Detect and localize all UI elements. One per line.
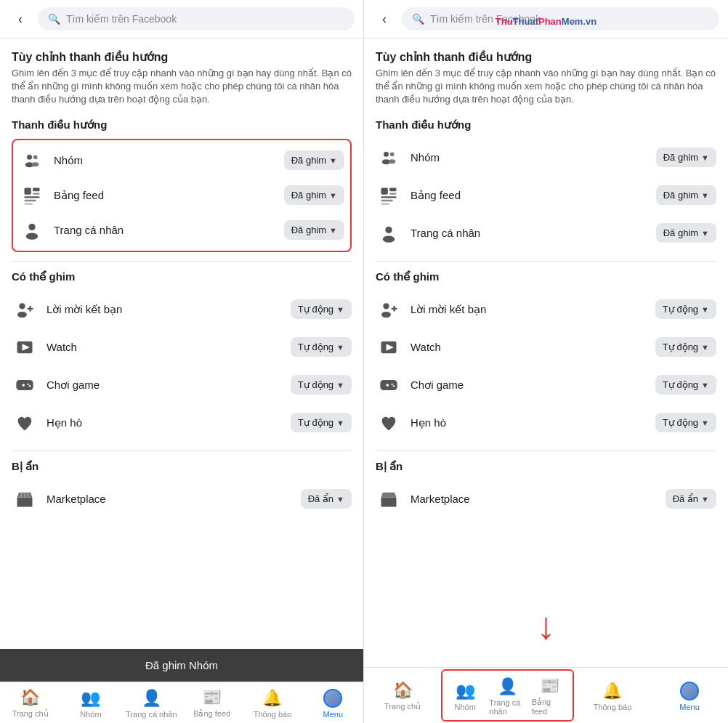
right-friend-icon — [376, 296, 402, 323]
right-pinnable-3: Hẹn hò Tự động ▼ — [376, 404, 716, 442]
left-nav-bell-label: Thông báo — [254, 710, 292, 719]
svg-rect-8 — [25, 199, 36, 201]
friend-request-icon — [12, 296, 38, 323]
left-pinnable-3-label: Hẹn hò — [46, 416, 82, 429]
left-pinned-0-label: Nhóm — [54, 154, 83, 166]
right-nav-bell[interactable]: 🔔 Thông báo — [574, 676, 651, 716]
right-highlighted-tabs: 👥 Nhóm 👤 Trang cá nhân 📰 Bảng feed — [441, 669, 574, 722]
right-back-button[interactable]: ‹ — [373, 7, 396, 31]
left-pinned-item-1: Bảng feed Đã ghim ▼ — [19, 178, 344, 213]
svg-point-3 — [32, 162, 39, 166]
left-bottom-nav: 🏠 Trang chủ 👥 Nhóm 👤 Trang cá nhân 📰 Bản… — [0, 682, 363, 723]
right-avatar — [680, 682, 699, 700]
right-pinnable-1-btn[interactable]: Tự động ▼ — [655, 337, 716, 357]
right-nav-profile[interactable]: 👤 Trang cá nhân — [486, 671, 528, 720]
svg-rect-9 — [25, 203, 33, 204]
svg-point-35 — [383, 235, 395, 242]
right-bell-nav-icon: 🔔 — [602, 682, 622, 700]
left-pinnable-1-btn[interactable]: Tự động ▼ — [291, 337, 352, 357]
left-pinnable-0-btn[interactable]: Tự động ▼ — [291, 299, 352, 319]
right-pinned-1-label: Bảng feed — [410, 189, 461, 202]
left-nav-profile-label: Trang cá nhân — [126, 710, 177, 719]
right-pinned-label: Thanh điều hướng — [376, 118, 716, 132]
left-nav-menu[interactable]: Menu — [303, 683, 363, 723]
svg-point-27 — [389, 159, 395, 163]
left-pinnable-3-btn[interactable]: Tự động ▼ — [291, 413, 352, 432]
right-hidden-label: Bị ẩn — [376, 460, 716, 473]
left-pinnable-2: Chơi game Tự động ▼ — [12, 366, 352, 404]
left-divider-1 — [12, 261, 352, 262]
home-icon: 🏠 — [20, 688, 40, 707]
left-pinnable-1-label: Watch — [46, 341, 77, 353]
right-pinned-2-btn[interactable]: Đã ghim ▼ — [656, 223, 716, 243]
left-nav-group[interactable]: 👥 Nhóm — [60, 683, 121, 723]
right-nav-feed-label: Bảng feed — [532, 698, 568, 716]
right-pinnable-0: Lời mời kết bạn Tự động ▼ — [376, 291, 716, 328]
svg-rect-30 — [389, 193, 396, 194]
left-toast: Đã ghim Nhóm — [0, 649, 363, 682]
right-pinned-2-label: Trang cá nhân — [410, 227, 480, 239]
left-section-desc: Ghim lên đến 3 mục để truy cập nhanh vào… — [12, 67, 352, 107]
right-profile-icon — [376, 220, 402, 246]
right-panel: ThuThuatPhanMem.vn ‹ 🔍 Tìm kiếm trên Fac… — [364, 0, 728, 723]
right-marketplace-icon — [376, 486, 402, 512]
right-nav-profile-label: Trang cá nhân — [489, 698, 525, 716]
left-nav-bell[interactable]: 🔔 Thông báo — [242, 683, 302, 723]
left-hidden-0-btn[interactable]: Đã ẩn ▼ — [301, 489, 352, 509]
left-nav-home[interactable]: 🏠 Trang chủ — [0, 682, 60, 723]
left-pinnable-2-btn[interactable]: Tự động ▼ — [291, 375, 352, 395]
svg-point-25 — [390, 152, 395, 156]
right-group-nav-icon: 👥 — [456, 682, 475, 700]
left-nav-feed-label: Bảng feed — [193, 709, 230, 719]
left-nav-profile[interactable]: 👤 Trang cá nhân — [121, 683, 182, 723]
right-hidden-0-btn[interactable]: Đã ẩn ▼ — [666, 489, 716, 509]
left-pinned-1-label: Bảng feed — [54, 189, 104, 202]
right-pinnable-3-btn[interactable]: Tự động ▼ — [655, 413, 716, 432]
left-pinnable-0: Lời mời kết bạn Tự động ▼ — [12, 291, 352, 328]
feed-nav-icon: 📰 — [202, 688, 222, 707]
left-panel: ‹ 🔍 Tìm kiếm trên Facebook Tùy chỉnh tha… — [0, 0, 364, 723]
left-pinned-2-btn[interactable]: Đã ghim ▼ — [284, 220, 344, 240]
right-profile-nav-icon: 👤 — [498, 677, 517, 696]
svg-point-21 — [28, 383, 29, 384]
right-pinned-item-1: Bảng feed Đã ghim ▼ — [376, 177, 716, 214]
right-section-desc: Ghim lên đến 3 mục để truy cập nhanh vào… — [376, 67, 716, 107]
svg-point-12 — [19, 303, 25, 309]
left-back-button[interactable]: ‹ — [9, 7, 32, 31]
right-nav-group[interactable]: 👥 Nhóm — [444, 671, 486, 720]
svg-rect-4 — [25, 187, 31, 194]
right-nav-menu[interactable]: Menu — [651, 676, 728, 716]
svg-point-0 — [27, 154, 32, 159]
right-divider-1 — [376, 261, 716, 262]
svg-point-24 — [384, 151, 389, 156]
right-pinnable-2-btn[interactable]: Tự động ▼ — [655, 375, 716, 395]
right-nav-home[interactable]: 🏠 Trang chủ — [364, 675, 441, 716]
svg-rect-6 — [33, 193, 39, 194]
left-hidden-0-label: Marketplace — [46, 493, 106, 505]
left-pinned-1-btn[interactable]: Đã ghim ▼ — [284, 185, 344, 205]
left-pinned-item-2: Trang cá nhân Đã ghim ▼ — [19, 213, 344, 248]
right-pinned-0-btn[interactable]: Đã ghim ▼ — [656, 148, 716, 167]
svg-rect-5 — [33, 187, 39, 191]
svg-point-46 — [393, 385, 395, 387]
group-icon — [19, 148, 45, 174]
left-nav-feed[interactable]: 📰 Bảng feed — [182, 682, 242, 723]
profile-nav-icon: 👤 — [142, 689, 161, 708]
left-divider-2 — [12, 451, 352, 451]
right-pinnable-0-btn[interactable]: Tự động ▼ — [655, 299, 716, 319]
left-pinned-item-0: Nhóm Đã ghim ▼ — [19, 143, 344, 178]
right-pinnable-0-label: Lời mời kết bạn — [410, 303, 486, 316]
right-pinned-1-btn[interactable]: Đã ghim ▼ — [656, 185, 716, 205]
left-search-bar[interactable]: 🔍 Tìm kiếm trên Facebook — [38, 7, 355, 31]
svg-point-22 — [29, 385, 31, 387]
svg-rect-29 — [389, 187, 396, 191]
left-pinnable-1: Watch Tự động ▼ — [12, 328, 352, 366]
right-pinnable-3-label: Hẹn hò — [410, 416, 446, 429]
right-pinned-item-0: Nhóm Đã ghim ▼ — [376, 139, 716, 177]
left-pinned-0-btn[interactable]: Đã ghim ▼ — [284, 150, 344, 170]
right-pinnable-1-label: Watch — [410, 341, 441, 353]
svg-rect-23 — [17, 497, 33, 506]
svg-point-10 — [28, 223, 35, 230]
left-content: Tùy chỉnh thanh điều hướng Ghim lên đến … — [0, 39, 363, 649]
right-nav-feed[interactable]: 📰 Bảng feed — [529, 671, 571, 720]
